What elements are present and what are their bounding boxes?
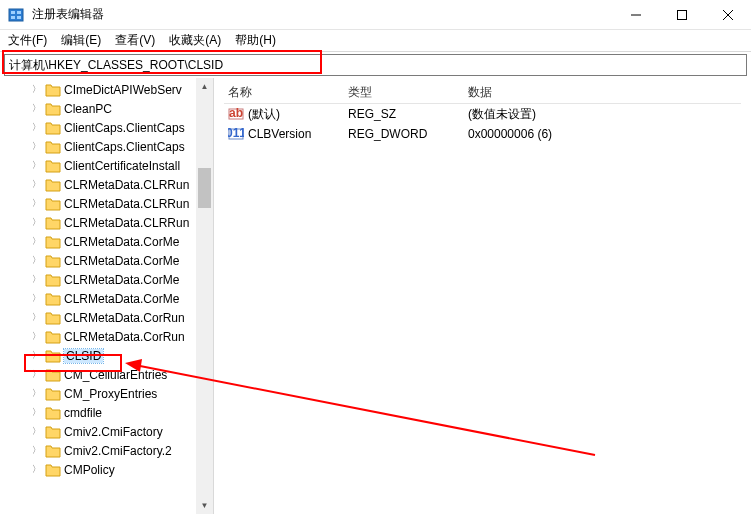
menu-edit[interactable]: 编辑(E): [61, 32, 101, 49]
svg-rect-6: [678, 10, 687, 19]
content-area: 〉CImeDictAPIWebServ〉CleanPC〉ClientCaps.C…: [0, 78, 751, 514]
tree-item[interactable]: 〉CleanPC: [0, 99, 196, 118]
value-name: CLBVersion: [248, 127, 311, 141]
tree-item-label: CLRMetaData.CorRun: [64, 330, 185, 344]
scroll-up-icon[interactable]: ▲: [196, 78, 213, 95]
menubar: 文件(F) 编辑(E) 查看(V) 收藏夹(A) 帮助(H): [0, 30, 751, 52]
folder-icon: [45, 83, 61, 97]
tree-item[interactable]: 〉Cmiv2.CmiFactory.2: [0, 441, 196, 460]
maximize-button[interactable]: [659, 0, 705, 29]
tree-item-label: ClientCertificateInstall: [64, 159, 180, 173]
tree-item[interactable]: 〉CImeDictAPIWebServ: [0, 80, 196, 99]
folder-icon: [45, 159, 61, 173]
svg-rect-3: [11, 16, 15, 19]
tree-item[interactable]: 〉CLRMetaData.CorMe: [0, 270, 196, 289]
menu-favorites[interactable]: 收藏夹(A): [169, 32, 221, 49]
menu-view[interactable]: 查看(V): [115, 32, 155, 49]
menu-file[interactable]: 文件(F): [8, 32, 47, 49]
tree-item[interactable]: 〉CLRMetaData.CLRRun: [0, 194, 196, 213]
tree-item[interactable]: 〉ClientCaps.ClientCaps: [0, 137, 196, 156]
chevron-right-icon[interactable]: 〉: [30, 463, 42, 476]
tree-item-label: CleanPC: [64, 102, 112, 116]
column-name[interactable]: 名称: [224, 84, 344, 101]
chevron-right-icon[interactable]: 〉: [30, 121, 42, 134]
tree-item[interactable]: 〉CMPolicy: [0, 460, 196, 479]
chevron-right-icon[interactable]: 〉: [30, 387, 42, 400]
folder-icon: [45, 235, 61, 249]
chevron-right-icon[interactable]: 〉: [30, 235, 42, 248]
tree-item-label: Cmiv2.CmiFactory.2: [64, 444, 172, 458]
chevron-right-icon[interactable]: 〉: [30, 197, 42, 210]
tree-item[interactable]: 〉CLRMetaData.CorMe: [0, 289, 196, 308]
chevron-right-icon[interactable]: 〉: [30, 83, 42, 96]
tree-item[interactable]: 〉CLRMetaData.CLRRun: [0, 213, 196, 232]
values-pane: 名称 类型 数据 ab(默认)REG_SZ(数值未设置)011CLBVersio…: [214, 78, 751, 514]
chevron-right-icon[interactable]: 〉: [30, 273, 42, 286]
close-button[interactable]: [705, 0, 751, 29]
value-row[interactable]: ab(默认)REG_SZ(数值未设置): [224, 104, 741, 124]
chevron-right-icon[interactable]: 〉: [30, 140, 42, 153]
string-value-icon: ab: [228, 106, 244, 122]
tree-item[interactable]: 〉CLRMetaData.CorMe: [0, 232, 196, 251]
chevron-right-icon[interactable]: 〉: [30, 444, 42, 457]
scroll-thumb[interactable]: [198, 168, 211, 208]
tree-item[interactable]: 〉CLRMetaData.CLRRun: [0, 175, 196, 194]
tree-item[interactable]: 〉CLRMetaData.CorRun: [0, 327, 196, 346]
tree-item-label: CLRMetaData.CLRRun: [64, 197, 189, 211]
tree-item[interactable]: 〉CLRMetaData.CorMe: [0, 251, 196, 270]
svg-rect-1: [11, 11, 15, 14]
folder-icon: [45, 197, 61, 211]
folder-icon: [45, 444, 61, 458]
folder-icon: [45, 463, 61, 477]
tree-item[interactable]: 〉CM_CellularEntries: [0, 365, 196, 384]
folder-icon: [45, 216, 61, 230]
tree-item-label: CLRMetaData.CorMe: [64, 235, 179, 249]
address-bar[interactable]: 计算机\HKEY_CLASSES_ROOT\CLSID: [4, 54, 747, 76]
values-header: 名称 类型 数据: [224, 82, 741, 104]
menu-help[interactable]: 帮助(H): [235, 32, 276, 49]
value-row[interactable]: 011CLBVersionREG_DWORD0x00000006 (6): [224, 124, 741, 144]
chevron-right-icon[interactable]: 〉: [30, 159, 42, 172]
tree-item-label: CMPolicy: [64, 463, 115, 477]
chevron-right-icon[interactable]: 〉: [30, 368, 42, 381]
tree-pane: 〉CImeDictAPIWebServ〉CleanPC〉ClientCaps.C…: [0, 78, 214, 514]
chevron-right-icon[interactable]: 〉: [30, 425, 42, 438]
tree-item-label: CLSID: [64, 349, 103, 363]
folder-icon: [45, 349, 61, 363]
tree-item-label: ClientCaps.ClientCaps: [64, 121, 185, 135]
chevron-right-icon[interactable]: 〉: [30, 178, 42, 191]
values-list[interactable]: ab(默认)REG_SZ(数值未设置)011CLBVersionREG_DWOR…: [224, 104, 741, 144]
folder-icon: [45, 102, 61, 116]
tree-item[interactable]: 〉ClientCaps.ClientCaps: [0, 118, 196, 137]
column-type[interactable]: 类型: [344, 84, 464, 101]
chevron-right-icon[interactable]: 〉: [30, 330, 42, 343]
tree-item[interactable]: 〉CLRMetaData.CorRun: [0, 308, 196, 327]
folder-icon: [45, 254, 61, 268]
tree-item[interactable]: 〉CM_ProxyEntries: [0, 384, 196, 403]
chevron-right-icon[interactable]: 〉: [30, 216, 42, 229]
registry-tree[interactable]: 〉CImeDictAPIWebServ〉CleanPC〉ClientCaps.C…: [0, 78, 196, 481]
binary-value-icon: 011: [228, 126, 244, 142]
chevron-right-icon[interactable]: 〉: [30, 311, 42, 324]
chevron-right-icon[interactable]: 〉: [30, 406, 42, 419]
column-data[interactable]: 数据: [464, 84, 741, 101]
tree-item[interactable]: 〉Cmiv2.CmiFactory: [0, 422, 196, 441]
chevron-right-icon[interactable]: 〉: [30, 292, 42, 305]
scroll-down-icon[interactable]: ▼: [196, 497, 213, 514]
folder-icon: [45, 406, 61, 420]
chevron-right-icon[interactable]: 〉: [30, 254, 42, 267]
tree-item[interactable]: 〉CLSID: [0, 346, 196, 365]
tree-item[interactable]: 〉ClientCertificateInstall: [0, 156, 196, 175]
tree-scrollbar[interactable]: ▲ ▼: [196, 78, 213, 514]
value-data: (数值未设置): [464, 106, 741, 123]
tree-item[interactable]: 〉cmdfile: [0, 403, 196, 422]
chevron-right-icon[interactable]: 〉: [30, 349, 42, 362]
folder-icon: [45, 121, 61, 135]
folder-icon: [45, 368, 61, 382]
svg-text:ab: ab: [229, 106, 243, 120]
chevron-right-icon[interactable]: 〉: [30, 102, 42, 115]
tree-item-label: CM_CellularEntries: [64, 368, 167, 382]
window-titlebar: 注册表编辑器: [0, 0, 751, 30]
minimize-button[interactable]: [613, 0, 659, 29]
value-type: REG_SZ: [344, 107, 464, 121]
